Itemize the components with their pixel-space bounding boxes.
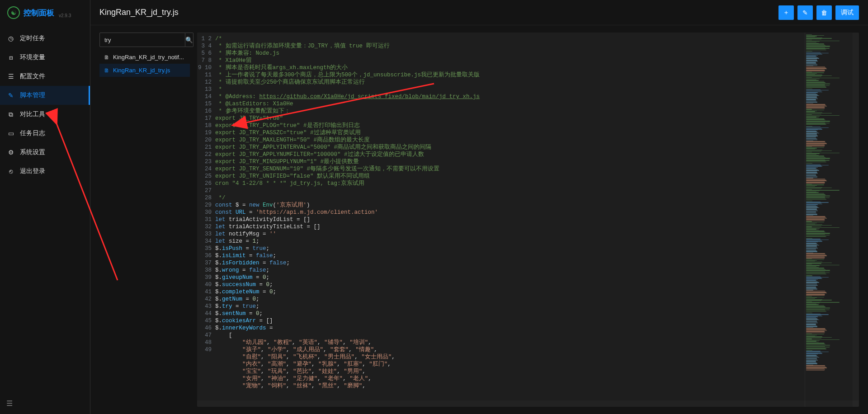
logout-icon: ⎋ — [7, 168, 14, 175]
script-icon: ✎ — [7, 92, 14, 99]
trash-icon: 🗑 — [821, 9, 827, 16]
minimap[interactable] — [805, 33, 859, 407]
sidebar-item-label: 定时任务 — [20, 34, 45, 42]
file-name: KingRan_KR_jd_try_notif... — [113, 54, 184, 61]
clock-icon: ◷ — [7, 35, 14, 42]
sidebar-item-diff[interactable]: ⧉对比工具 — [0, 105, 90, 124]
sidebar-item-label: 退出登录 — [20, 167, 45, 175]
file-icon: 🗎 — [104, 67, 109, 74]
logo-icon: ☯ — [7, 6, 20, 19]
sidebar-item-label: 系统设置 — [20, 148, 45, 156]
content: 🔍 🗎KingRan_KR_jd_try_notif...🗎KingRan_KR… — [90, 25, 868, 414]
log-icon: ▭ — [7, 130, 14, 137]
sidebar-item-label: 配置文件 — [20, 72, 45, 80]
config-icon: ☰ — [7, 73, 14, 80]
sidebar-item-label: 脚本管理 — [20, 91, 45, 99]
logo-area: ☯ 控制面板 v2.9.3 — [0, 0, 90, 25]
delete-button[interactable]: 🗑 — [816, 5, 832, 20]
sidebar-item-config[interactable]: ☰配置文件 — [0, 67, 90, 86]
sidebar-collapse-button[interactable]: ☰ — [0, 393, 90, 414]
file-list: 🗎KingRan_KR_jd_try_notif...🗎KingRan_KR_j… — [99, 51, 190, 407]
code-editor[interactable]: 1 2 3 4 5 6 7 8 9 10 11 12 13 14 15 16 1… — [197, 33, 859, 407]
main: KingRan_KR_jd_try.js ＋ ✎ 🗑 调试 🔍 🗎KingRan… — [90, 0, 868, 414]
sidebar-item-env[interactable]: ⧈环境变量 — [0, 48, 90, 67]
sidebar-item-script[interactable]: ✎脚本管理 — [0, 86, 90, 105]
sidebar-item-clock[interactable]: ◷定时任务 — [0, 29, 90, 48]
code-area[interactable]: /* * 如需运行请自行添加环境变量：JD_TRY，填值 true 即可运行 *… — [215, 33, 805, 407]
search-input[interactable] — [99, 33, 185, 47]
file-item[interactable]: 🗎KingRan_KR_jd_try.js — [99, 64, 190, 77]
plus-icon: ＋ — [783, 9, 789, 17]
pencil-icon: ✎ — [802, 9, 808, 16]
page-title: KingRan_KR_jd_try.js — [99, 8, 179, 17]
logo-version: v2.9.3 — [59, 13, 71, 18]
sidebar-item-log[interactable]: ▭任务日志 — [0, 124, 90, 143]
logo-title: 控制面板 — [24, 8, 54, 18]
horizontal-scrollbar[interactable] — [197, 400, 859, 407]
topbar: KingRan_KR_jd_try.js ＋ ✎ 🗑 调试 — [90, 0, 868, 25]
topbar-actions: ＋ ✎ 🗑 调试 — [778, 5, 859, 20]
line-gutter: 1 2 3 4 5 6 7 8 9 10 11 12 13 14 15 16 1… — [197, 33, 215, 407]
sidebar-item-label: 环境变量 — [20, 53, 45, 61]
file-name: KingRan_KR_jd_try.js — [113, 67, 170, 74]
sidebar-item-label: 对比工具 — [20, 110, 45, 118]
menu-collapse-icon: ☰ — [6, 400, 13, 407]
sidebar: ☯ 控制面板 v2.9.3 ◷定时任务⧈环境变量☰配置文件✎脚本管理⧉对比工具▭… — [0, 0, 90, 414]
file-icon: 🗎 — [104, 54, 109, 61]
file-item[interactable]: 🗎KingRan_KR_jd_try_notif... — [99, 51, 190, 64]
sidebar-item-settings[interactable]: ⚙系统设置 — [0, 143, 90, 162]
sidebar-item-logout[interactable]: ⎋退出登录 — [0, 162, 90, 181]
add-button[interactable]: ＋ — [778, 5, 794, 20]
vertical-scrollbar[interactable] — [853, 33, 859, 407]
search-row: 🔍 — [99, 33, 190, 47]
settings-icon: ⚙ — [7, 149, 14, 156]
file-panel: 🔍 🗎KingRan_KR_jd_try_notif...🗎KingRan_KR… — [99, 33, 190, 407]
search-button[interactable]: 🔍 — [185, 33, 193, 47]
sidebar-item-label: 任务日志 — [20, 129, 45, 137]
debug-button[interactable]: 调试 — [835, 5, 859, 20]
nav: ◷定时任务⧈环境变量☰配置文件✎脚本管理⧉对比工具▭任务日志⚙系统设置⎋退出登录 — [0, 25, 90, 393]
diff-icon: ⧉ — [7, 111, 14, 118]
env-icon: ⧈ — [7, 54, 14, 61]
edit-button[interactable]: ✎ — [797, 5, 813, 20]
search-icon: 🔍 — [185, 37, 193, 43]
